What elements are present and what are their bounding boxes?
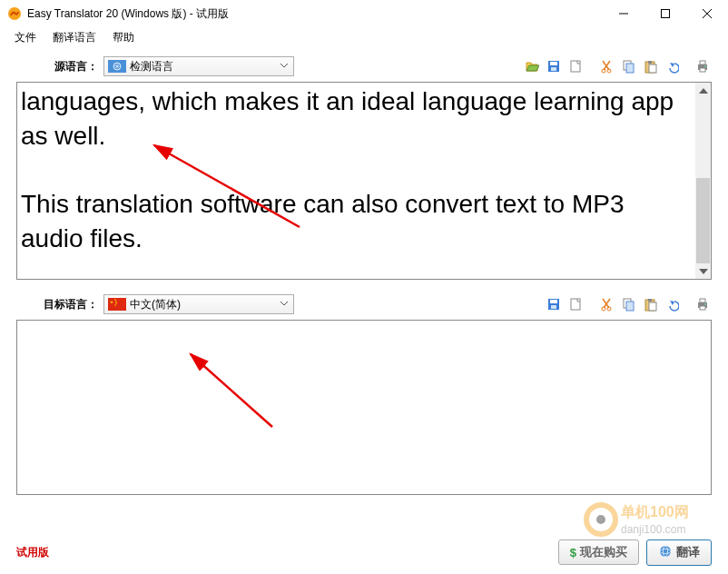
svg-rect-45 <box>700 306 705 310</box>
dollar-icon: $ <box>570 546 576 559</box>
source-text-area[interactable]: languages, and with text-to-speech (TTS)… <box>16 82 712 280</box>
paste-button[interactable] <box>641 57 659 75</box>
svg-text:单机100网: 单机100网 <box>620 504 689 520</box>
source-scrollbar[interactable] <box>695 83 711 279</box>
china-flag-icon <box>108 298 126 311</box>
target-toolbar <box>545 295 712 313</box>
save-button[interactable] <box>545 57 563 75</box>
footer-bar: 试用版 $ 现在购买 翻译 <box>0 530 728 574</box>
copy-button[interactable] <box>619 57 637 75</box>
svg-rect-24 <box>108 298 126 311</box>
svg-point-26 <box>114 299 116 301</box>
svg-line-12 <box>604 61 610 70</box>
translate-button[interactable]: 翻译 <box>646 539 712 566</box>
svg-line-11 <box>603 61 609 70</box>
menu-translate-langs[interactable]: 翻译语言 <box>45 28 103 47</box>
copy-button[interactable] <box>619 295 637 313</box>
svg-point-27 <box>115 301 117 302</box>
svg-line-34 <box>603 299 609 308</box>
paste-button[interactable] <box>641 295 659 313</box>
source-lang-label: 源语言： <box>16 59 98 74</box>
window-title: Easy Translator 20 (Windows 版) - 试用版 <box>27 6 603 22</box>
svg-rect-42 <box>649 302 656 311</box>
print-button[interactable] <box>694 295 712 313</box>
svg-rect-2 <box>662 10 670 18</box>
target-text-area[interactable] <box>16 320 712 495</box>
print-button[interactable] <box>694 57 712 75</box>
svg-rect-9 <box>551 67 556 71</box>
svg-rect-18 <box>648 61 652 64</box>
cut-button[interactable] <box>597 295 615 313</box>
new-button[interactable] <box>566 57 585 75</box>
target-lang-value: 中文(简体) <box>130 297 181 312</box>
svg-line-35 <box>604 299 610 308</box>
svg-rect-44 <box>700 299 705 302</box>
trial-label: 试用版 <box>16 545 49 560</box>
buy-now-label: 现在购买 <box>580 544 627 560</box>
svg-point-29 <box>114 304 116 306</box>
maximize-button[interactable] <box>644 0 686 27</box>
open-button[interactable] <box>523 57 541 75</box>
source-text-content: languages, and with text-to-speech (TTS)… <box>17 82 695 260</box>
svg-rect-39 <box>626 302 634 311</box>
svg-rect-10 <box>571 61 580 72</box>
menu-help[interactable]: 帮助 <box>105 28 142 47</box>
svg-rect-22 <box>700 68 705 72</box>
svg-point-51 <box>596 515 605 524</box>
globe-icon <box>658 544 673 561</box>
svg-rect-32 <box>551 305 556 309</box>
translate-label: 翻译 <box>676 544 700 560</box>
scroll-up-icon[interactable] <box>695 83 711 98</box>
target-lang-combo[interactable]: 中文(简体) <box>103 294 294 314</box>
target-row: 目标语言： 中文(简体) <box>0 280 728 320</box>
svg-point-46 <box>704 303 706 305</box>
svg-rect-16 <box>626 64 634 73</box>
svg-rect-31 <box>550 300 557 303</box>
close-button[interactable] <box>686 0 728 27</box>
source-row: 源语言： 检测语言 <box>0 47 728 82</box>
cut-button[interactable] <box>597 57 615 75</box>
menu-file[interactable]: 文件 <box>7 28 44 47</box>
target-lang-label: 目标语言： <box>16 297 98 312</box>
svg-rect-21 <box>700 61 705 64</box>
source-lang-combo[interactable]: 检测语言 <box>103 56 294 76</box>
svg-point-47 <box>660 546 671 557</box>
svg-rect-33 <box>571 299 580 310</box>
new-button[interactable] <box>566 295 585 313</box>
source-toolbar <box>523 57 712 75</box>
buy-now-button[interactable]: $ 现在购买 <box>558 539 639 565</box>
app-icon <box>7 6 22 21</box>
source-lang-value: 检测语言 <box>130 59 173 74</box>
svg-rect-41 <box>648 299 652 302</box>
svg-rect-19 <box>649 64 656 73</box>
svg-point-28 <box>115 302 117 304</box>
minimize-button[interactable] <box>603 0 644 27</box>
scroll-down-icon[interactable] <box>695 263 711 279</box>
chevron-down-icon <box>279 298 290 312</box>
svg-point-23 <box>704 65 706 67</box>
undo-button[interactable] <box>663 295 681 313</box>
un-flag-icon <box>108 60 126 73</box>
save-button[interactable] <box>545 295 563 313</box>
scroll-thumb[interactable] <box>696 178 710 264</box>
undo-button[interactable] <box>663 57 681 75</box>
menu-bar: 文件 翻译语言 帮助 <box>0 27 728 47</box>
svg-rect-8 <box>550 62 557 65</box>
title-bar: Easy Translator 20 (Windows 版) - 试用版 <box>0 0 728 27</box>
chevron-down-icon <box>279 60 290 74</box>
